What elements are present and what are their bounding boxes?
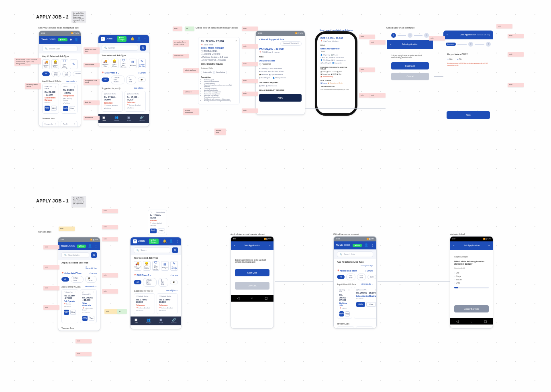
sticky-note[interactable]: note	[102, 237, 118, 241]
sticky-note[interactable]: note	[242, 27, 258, 31]
sticky-note[interactable]: note	[43, 305, 59, 310]
job-card[interactable]: ◯ Sohaib Klorha Rs. 17,000 - 20,000 Sale…	[102, 91, 123, 112]
job-card[interactable]: ◯ Zong Pvt.⋮ Rs. 20,000 - 27,000 Call Op…	[61, 289, 78, 323]
sticky-note[interactable]: location filter	[84, 63, 100, 67]
jt-all[interactable]: ⊞All Types	[129, 59, 137, 68]
job-card[interactable]: Foodpanda⋮ Rs. 38,000 - 85,000 Assistant…	[42, 121, 59, 127]
search-input[interactable]: 🔍Search Jobs	[42, 46, 78, 51]
sticky-note[interactable]: note	[43, 265, 59, 270]
cancel-button[interactable]: CANCEL	[235, 282, 269, 290]
sticky-note[interactable]: too many details shown	[25, 83, 41, 89]
close-icon[interactable]: ✕	[235, 40, 237, 43]
sticky-note[interactable]: add a new card here	[84, 47, 100, 54]
sticky-note[interactable]: note	[359, 35, 375, 39]
help-link[interactable]: Continue with help	[477, 34, 490, 36]
sticky-note[interactable]: note	[242, 79, 258, 83]
whatsapp-badge[interactable]: ◉ Matki	[58, 38, 67, 42]
sticky-note[interactable]: note	[242, 92, 258, 96]
apply-button[interactable]: Apply	[259, 94, 302, 102]
sticky-note[interactable]: remove redundancy	[183, 108, 199, 115]
help-badge[interactable]: Confused? Get help ⓘ	[280, 41, 302, 46]
whatsapp-badge[interactable]: ◉ MatkiKaragar	[117, 36, 127, 42]
sticky-note[interactable]: note	[369, 93, 386, 98]
job-card[interactable]: Taraki⋮ Rs. 19,000 - 38,000 Full time	[61, 121, 78, 127]
jt-office[interactable]: 🛡Office Boy / Security	[120, 59, 128, 68]
sticky-note[interactable]: receptionist card issue	[84, 79, 100, 85]
sticky-note[interactable]: note	[102, 273, 118, 278]
filter-button[interactable]: ⇅	[140, 45, 146, 51]
sticky-note[interactable]: note	[508, 34, 524, 38]
jt-labour[interactable]: 👷Labour / Worker	[51, 59, 59, 69]
jt-change[interactable]: ✎Change Job Type	[138, 59, 146, 68]
apply-button[interactable]: Apply	[45, 106, 50, 110]
sticky-note[interactable]: note	[369, 40, 386, 45]
job-card[interactable]: Daraz⋮ Rs. 19,000 - 38,000 Receptionist …	[61, 84, 78, 113]
jt-office[interactable]: 🛡Office Boy / Security	[61, 59, 68, 69]
sticky-note[interactable]: note	[508, 52, 524, 57]
filter-button[interactable]: ⇅	[91, 252, 97, 258]
chip-pt[interactable]: Part time	[51, 71, 61, 78]
sticky-note[interactable]: note	[102, 209, 118, 213]
start-quiz-button[interactable]: Start Quiz	[391, 62, 429, 70]
search-input[interactable]: 🔍Search	[102, 45, 138, 51]
user-icon[interactable]: 👤	[74, 38, 78, 42]
quiz-next-button[interactable]: Aagay Barhein	[454, 305, 489, 313]
sticky-note[interactable]: note	[242, 108, 258, 113]
city-label[interactable]: ⌂ Lahore	[138, 71, 146, 74]
area-select[interactable]: 📍 DHA Phase 5 ⌄	[102, 71, 119, 74]
jt-change[interactable]: ✎	[70, 59, 78, 69]
bell-icon[interactable]: ♣	[70, 38, 72, 42]
sticky-note[interactable]: note	[429, 36, 445, 41]
jt-labour[interactable]: 👷Labour / Worker	[111, 59, 118, 68]
share-icon[interactable]: ⋮	[55, 86, 57, 90]
user-icon[interactable]: 👤	[137, 37, 141, 41]
back-link[interactable]: < View all Suggested Jobs	[259, 38, 284, 41]
sticky-note[interactable]: add more	[183, 90, 199, 94]
jt-delivery[interactable]: 🚚Delivery / Rider	[42, 59, 50, 69]
sticky-note[interactable]: note	[43, 286, 59, 290]
sticky-note[interactable]: annotation from design review	[173, 40, 189, 47]
sticky-note[interactable]: note	[59, 227, 75, 231]
sticky-note[interactable]: bullets too long	[183, 68, 199, 73]
search-input[interactable]: 🔍Search Jobs	[61, 252, 89, 258]
sticky-note[interactable]: skills section	[173, 54, 189, 58]
floating-job-card[interactable]: ◯ Sohaib Klorha Rs. 17,000 - 20,000 Sale…	[148, 210, 167, 235]
sticky-note[interactable]: note	[242, 62, 258, 66]
sticky-note[interactable]: note	[508, 83, 524, 87]
next-button[interactable]: Next	[447, 111, 490, 119]
sticky-note[interactable]: ok	[185, 27, 194, 31]
cancel-button[interactable]: Cancel	[391, 73, 429, 80]
back-icon[interactable]: ‹	[453, 244, 455, 248]
sticky-note[interactable]: note	[102, 225, 118, 229]
jt-delivery[interactable]: 🚚Delivery / Rider	[102, 59, 109, 68]
change-jobtype[interactable]: ✎Change Job Type	[86, 266, 97, 270]
quiz-options[interactable]: LineShapeTextureUnity	[454, 272, 489, 284]
view-all-link[interactable]: view all jobs →	[134, 87, 146, 89]
sticky-note[interactable]: bottom bar	[84, 116, 100, 120]
sticky-note[interactable]: bold this	[84, 100, 100, 105]
view-results[interactable]: view results →	[66, 80, 78, 82]
sticky-note[interactable]: notes about all types chip	[25, 58, 41, 64]
sticky-note[interactable]: ok	[117, 309, 127, 314]
sticky-note[interactable]: note	[496, 24, 512, 29]
back-icon[interactable]: ‹	[447, 33, 448, 37]
back-icon[interactable]: ‹	[234, 244, 235, 248]
bell-icon[interactable]: 🔔	[131, 37, 135, 41]
sticky-note[interactable]: note	[43, 245, 59, 249]
sticky-note[interactable]: note	[76, 339, 92, 343]
chip-ft[interactable]: Full time	[62, 71, 71, 78]
radio-group[interactable]: YesNo	[447, 58, 489, 60]
chip-more[interactable]: Delivery	[73, 71, 81, 76]
job-card[interactable]: ◯ Careem/FT.⋮ Rs. 20,000 - 30,000 Sales …	[80, 289, 97, 323]
sticky-note[interactable]: note	[76, 352, 92, 356]
sticky-note[interactable]: note	[242, 44, 258, 49]
sticky-note[interactable]: note	[102, 289, 118, 294]
job-card[interactable]: ◯ Sohaib Klorha Rs. 17,000 - 20,000 Sale…	[124, 91, 146, 112]
sticky-note[interactable]: note	[173, 27, 182, 31]
job-card[interactable]: RIVAZ ALI RAZA⋮ Rs. 22,000 - 27,000 Soci…	[42, 84, 59, 113]
sticky-note[interactable]: bottom note	[214, 129, 226, 135]
chip-all[interactable]: All	[42, 71, 50, 76]
view-button[interactable]: View	[51, 106, 57, 110]
start-quiz-button[interactable]: Start Quiz	[235, 269, 269, 277]
sticky-note[interactable]: note	[359, 67, 375, 72]
